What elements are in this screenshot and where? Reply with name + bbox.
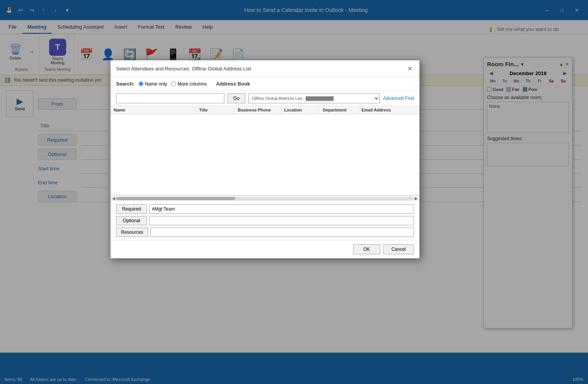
results-table: Name Title Business Phone Location Depar… xyxy=(111,106,419,114)
col-header-email: Email Address xyxy=(358,106,419,114)
col-header-title: Title xyxy=(196,106,234,114)
dialog-fields: Required Optional Resources xyxy=(111,201,419,240)
search-input[interactable] xyxy=(116,93,224,103)
col-header-phone: Business Phone xyxy=(234,106,281,114)
attendees-dialog: Select Attendees and Resources: Offline … xyxy=(110,60,420,259)
dialog-footer: OK Cancel xyxy=(111,240,419,258)
required-field-row: Required xyxy=(116,204,414,214)
hscroll-right-arrow[interactable]: ▶ xyxy=(414,196,419,201)
go-button[interactable]: Go xyxy=(227,93,245,103)
radio-name-only[interactable]: Name only xyxy=(138,81,167,87)
radio-name-only-input[interactable] xyxy=(138,81,144,86)
dialog-close-button[interactable]: ✕ xyxy=(405,64,414,73)
optional-field-row: Optional xyxy=(116,216,414,225)
results-container[interactable]: Name Title Business Phone Location Depar… xyxy=(111,106,419,195)
required-field-input[interactable] xyxy=(149,204,414,214)
dialog-titlebar: Select Attendees and Resources: Offline … xyxy=(111,60,419,77)
advanced-find-link[interactable]: Advanced Find xyxy=(383,96,414,101)
resources-field-row: Resources xyxy=(116,228,414,237)
address-book-label: Address Book xyxy=(216,81,250,87)
hscroll-thumb[interactable] xyxy=(116,197,235,200)
modal-overlay: Select Attendees and Resources: Offline … xyxy=(0,0,588,384)
optional-field-button[interactable]: Optional xyxy=(116,216,147,225)
search-label: Search: xyxy=(116,81,135,87)
dialog-title: Select Attendees and Resources: Offline … xyxy=(116,66,251,72)
col-header-location: Location xyxy=(281,106,320,114)
table-header-row: Name Title Business Phone Location Depar… xyxy=(111,106,419,114)
radio-more-columns-label: More columns xyxy=(178,81,207,87)
resources-field-button[interactable]: Resources xyxy=(116,228,148,237)
radio-name-only-label: Name only xyxy=(145,81,167,87)
cancel-button[interactable]: Cancel xyxy=(383,244,414,254)
hscroll-bar[interactable]: ◀ ▶ xyxy=(111,195,419,201)
hscroll-track[interactable] xyxy=(116,197,414,200)
col-header-dept: Department xyxy=(320,106,358,114)
ok-button[interactable]: OK xyxy=(353,244,380,254)
required-field-button[interactable]: Required xyxy=(116,204,147,214)
dialog-search-controls: Search: Name only More columns Address B… xyxy=(111,77,419,91)
col-header-name: Name xyxy=(111,106,196,114)
resources-field-input[interactable] xyxy=(150,228,414,237)
radio-more-columns[interactable]: More columns xyxy=(171,81,207,87)
optional-field-input[interactable] xyxy=(149,216,414,225)
radio-more-columns-input[interactable] xyxy=(171,81,176,86)
hscroll-left-arrow[interactable]: ◀ xyxy=(111,196,116,201)
dialog-search-input-row: Go Offline Global Address List - ▓▓▓▓▓▓▓… xyxy=(111,91,419,106)
address-book-dropdown[interactable]: Offline Global Address List - ▓▓▓▓▓▓▓▓▓ xyxy=(248,93,380,103)
